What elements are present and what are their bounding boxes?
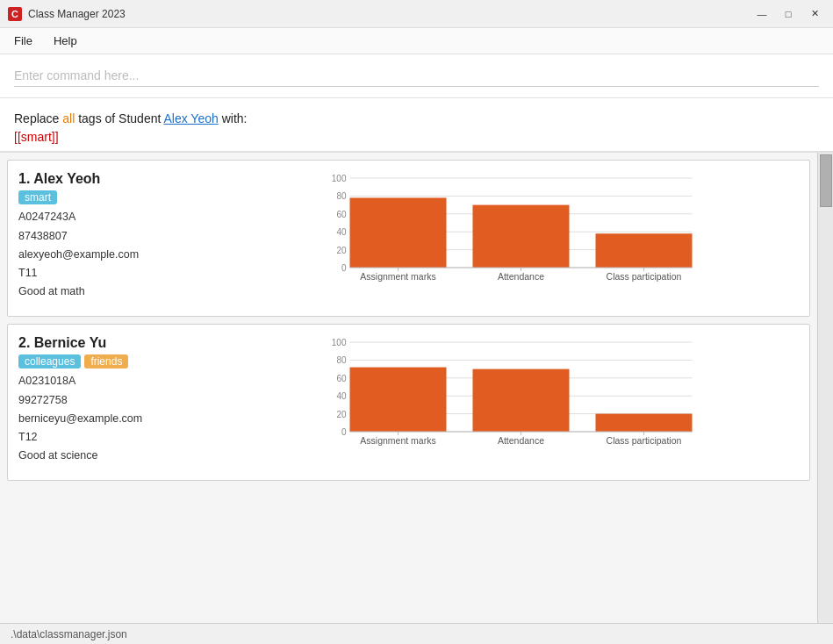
app-title: Class Manager 2023 bbox=[28, 8, 126, 20]
svg-rect-36 bbox=[350, 368, 447, 432]
tag-friends[interactable]: friends bbox=[84, 354, 128, 369]
menu-file[interactable]: File bbox=[7, 32, 39, 50]
svg-text:100: 100 bbox=[332, 338, 347, 347]
svg-text:Attendance: Attendance bbox=[498, 271, 544, 282]
svg-text:Attendance: Attendance bbox=[498, 435, 544, 446]
svg-text:60: 60 bbox=[336, 210, 347, 219]
svg-rect-16 bbox=[473, 205, 570, 268]
close-button[interactable]: ✕ bbox=[803, 5, 826, 23]
student-info: 1. Alex YeohsmartA0247243A87438807alexye… bbox=[18, 171, 212, 305]
title-bar-left: C Class Manager 2023 bbox=[7, 6, 126, 22]
status-bar: .\data\classmanager.json bbox=[0, 623, 833, 644]
svg-text:0: 0 bbox=[341, 427, 347, 437]
student-details: A0247243A87438807alexyeoh@example.comT11… bbox=[18, 208, 212, 301]
result-line1: Replace all tags of Student Alex Yeoh wi… bbox=[14, 109, 819, 128]
student-info: 2. Bernice YucolleaguesfriendsA0231018A9… bbox=[18, 335, 212, 469]
svg-text:80: 80 bbox=[336, 192, 347, 202]
command-area bbox=[0, 54, 833, 98]
menu-bar: File Help bbox=[0, 28, 833, 54]
result-all: all bbox=[62, 111, 75, 125]
maximize-button[interactable]: □ bbox=[777, 5, 800, 23]
title-bar: C Class Manager 2023 — □ ✕ bbox=[0, 0, 833, 28]
student-card: 1. Alex YeohsmartA0247243A87438807alexye… bbox=[7, 160, 810, 317]
bar-chart-svg: 020406080100Assignment marksAttendanceCl… bbox=[226, 335, 799, 467]
student-tags: colleaguesfriends bbox=[18, 354, 212, 369]
student-card: 2. Bernice YucolleaguesfriendsA0231018A9… bbox=[7, 324, 810, 481]
svg-text:60: 60 bbox=[336, 374, 347, 383]
svg-text:20: 20 bbox=[336, 410, 347, 419]
scrollbar[interactable] bbox=[817, 153, 833, 623]
menu-help[interactable]: Help bbox=[47, 32, 84, 50]
result-student-name: Alex Yeoh bbox=[163, 111, 218, 125]
svg-text:C: C bbox=[11, 9, 18, 19]
svg-rect-38 bbox=[473, 369, 570, 432]
svg-rect-18 bbox=[596, 234, 693, 268]
result-end: with: bbox=[219, 111, 248, 125]
student-number-name: 2. Bernice Yu bbox=[18, 335, 212, 351]
title-bar-controls: — □ ✕ bbox=[750, 5, 826, 23]
result-tag: [[smart]] bbox=[14, 130, 819, 144]
svg-text:20: 20 bbox=[336, 246, 347, 255]
svg-text:Assignment marks: Assignment marks bbox=[360, 435, 435, 446]
result-replace: Replace bbox=[14, 111, 62, 125]
student-tags: smart bbox=[18, 190, 212, 204]
app-icon: C bbox=[7, 6, 23, 22]
tag-colleagues[interactable]: colleagues bbox=[18, 354, 81, 369]
svg-text:Assignment marks: Assignment marks bbox=[360, 271, 435, 282]
svg-text:80: 80 bbox=[336, 356, 347, 366]
student-chart: 020406080100Assignment marksAttendanceCl… bbox=[226, 171, 799, 305]
student-number-name: 1. Alex Yeoh bbox=[18, 171, 212, 187]
scroll-thumb[interactable] bbox=[820, 154, 832, 207]
status-path: .\data\classmanager.json bbox=[11, 628, 127, 640]
command-input[interactable] bbox=[14, 65, 819, 87]
student-chart: 020406080100Assignment marksAttendanceCl… bbox=[226, 335, 799, 469]
main-content: 1. Alex YeohsmartA0247243A87438807alexye… bbox=[0, 153, 833, 623]
student-details: A0231018A99272758berniceyu@example.comT1… bbox=[18, 372, 212, 465]
svg-rect-40 bbox=[596, 414, 693, 432]
svg-text:40: 40 bbox=[336, 228, 347, 238]
svg-text:0: 0 bbox=[341, 263, 347, 273]
tag-smart[interactable]: smart bbox=[18, 190, 57, 204]
result-area: Replace all tags of Student Alex Yeoh wi… bbox=[0, 98, 833, 153]
result-middle: tags of Student bbox=[75, 111, 163, 125]
svg-text:Class participation: Class participation bbox=[607, 435, 682, 446]
bar-chart-svg: 020406080100Assignment marksAttendanceCl… bbox=[226, 171, 799, 303]
svg-text:100: 100 bbox=[332, 174, 347, 183]
minimize-button[interactable]: — bbox=[750, 5, 773, 23]
svg-text:40: 40 bbox=[336, 392, 347, 402]
students-list: 1. Alex YeohsmartA0247243A87438807alexye… bbox=[0, 153, 817, 623]
svg-text:Class participation: Class participation bbox=[607, 271, 682, 282]
svg-rect-14 bbox=[350, 198, 447, 268]
